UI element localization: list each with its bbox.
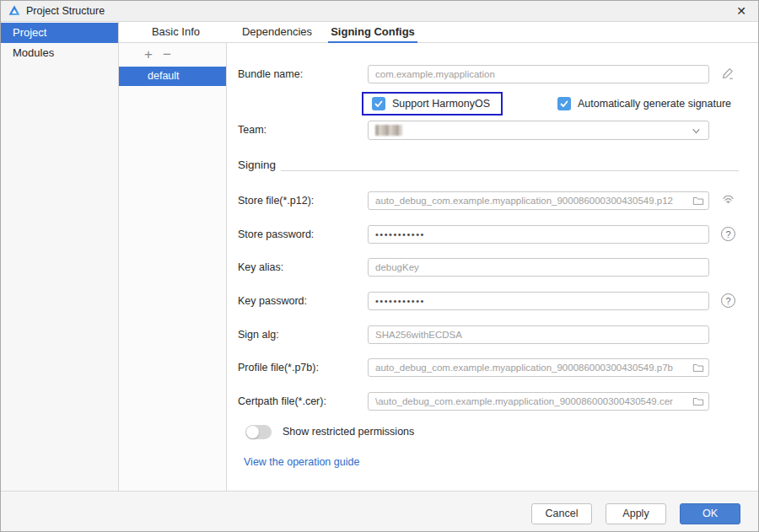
left-nav-panel: Project Modules <box>1 22 119 492</box>
store-password-input[interactable]: ••••••••••• <box>368 225 709 244</box>
check-icon <box>374 99 384 109</box>
edit-pencil-icon[interactable] <box>721 67 735 80</box>
certpath-file-label: Certpath file(*.cer): <box>238 392 326 411</box>
toggle-knob <box>246 426 259 438</box>
check-icon <box>559 99 569 109</box>
key-alias-value: debugKey <box>375 262 419 272</box>
fingerprint-icon[interactable] <box>721 192 735 207</box>
signing-section-divider <box>281 170 739 171</box>
key-password-input[interactable]: ••••••••••• <box>368 292 709 310</box>
tab-bar: Basic Info Dependencies Signing Configs <box>119 22 758 43</box>
certpath-file-input[interactable]: \auto_debug_com.example.myapplication_90… <box>368 392 709 411</box>
sign-alg-input[interactable]: SHA256withECDSA <box>368 325 709 344</box>
sidebar-item-label: Modules <box>13 46 54 59</box>
project-structure-dialog: Project Structure ✕ Project Modules Basi… <box>0 0 759 532</box>
sign-alg-label: Sign alg: <box>238 325 279 344</box>
show-restricted-permissions-label: Show restricted permissions <box>283 426 414 438</box>
dialog-footer: Cancel Apply OK <box>1 491 758 531</box>
profile-file-input[interactable]: auto_debug_com.example.myapplication_900… <box>368 358 709 377</box>
remove-config-button[interactable]: − <box>159 45 175 65</box>
chevron-down-icon <box>691 126 702 137</box>
certpath-file-value: \auto_debug_com.example.myapplication_90… <box>375 396 673 406</box>
key-alias-label: Key alias: <box>238 258 283 277</box>
store-password-value: ••••••••••• <box>375 226 425 243</box>
support-harmonyos-checkbox[interactable] <box>372 97 385 110</box>
ok-button[interactable]: OK <box>680 503 740 524</box>
profile-file-label: Profile file(*.p7b): <box>238 358 319 377</box>
team-label: Team: <box>238 121 266 139</box>
titlebar: Project Structure ✕ <box>1 1 758 22</box>
key-password-help-icon[interactable]: ? <box>721 293 735 308</box>
tab-signing-configs[interactable]: Signing Configs <box>328 22 417 43</box>
tab-dependencies[interactable]: Dependencies <box>229 22 326 43</box>
key-password-label: Key password: <box>238 292 307 310</box>
apply-button[interactable]: Apply <box>606 503 666 524</box>
bundle-name-value: com.example.myapplication <box>375 69 495 79</box>
sidebar-item-modules[interactable]: Modules <box>1 43 118 63</box>
show-restricted-permissions-toggle[interactable] <box>245 425 272 439</box>
team-select[interactable] <box>368 121 709 140</box>
config-item-default[interactable]: default <box>119 67 226 86</box>
tab-basic-info[interactable]: Basic Info <box>132 22 220 43</box>
support-harmonyos-label: Support HarmonyOS <box>392 97 490 110</box>
store-file-value: auto_debug_com.example.myapplication_900… <box>375 196 673 206</box>
bundle-name-input[interactable]: com.example.myapplication <box>368 65 709 83</box>
sign-alg-value: SHA256withECDSA <box>375 330 462 340</box>
config-list-panel: + − default <box>119 43 227 492</box>
deveco-logo-icon <box>8 4 21 18</box>
store-file-input[interactable]: auto_debug_com.example.myapplication_900… <box>368 191 709 210</box>
folder-icon[interactable] <box>692 195 704 207</box>
store-password-help-icon[interactable]: ? <box>721 227 735 241</box>
cancel-button[interactable]: Cancel <box>531 503 592 524</box>
add-config-button[interactable]: + <box>141 45 156 65</box>
profile-file-value: auto_debug_com.example.myapplication_900… <box>375 363 673 373</box>
team-redacted-value <box>375 125 402 136</box>
signing-section-title: Signing <box>238 159 276 171</box>
close-icon[interactable]: ✕ <box>733 1 750 21</box>
sidebar-item-label: Project <box>13 26 46 39</box>
config-toolbar: + − <box>119 43 226 67</box>
store-password-label: Store password: <box>238 225 314 244</box>
folder-icon[interactable] <box>692 362 704 373</box>
folder-icon[interactable] <box>692 395 704 407</box>
auto-generate-signature-label: Automatically generate signature <box>578 97 731 110</box>
sidebar-item-project[interactable]: Project <box>1 23 118 43</box>
bundle-name-label: Bundle name: <box>238 65 303 83</box>
signing-configs-form: Bundle name: com.example.myapplication S… <box>227 43 758 492</box>
store-file-label: Store file(*.p12): <box>238 191 314 210</box>
auto-generate-signature-checkbox[interactable] <box>557 97 571 110</box>
key-alias-input[interactable]: debugKey <box>368 258 709 277</box>
key-password-value: ••••••••••• <box>375 293 425 309</box>
operation-guide-link[interactable]: View the operation guide <box>244 456 359 468</box>
window-title: Project Structure <box>26 1 105 21</box>
